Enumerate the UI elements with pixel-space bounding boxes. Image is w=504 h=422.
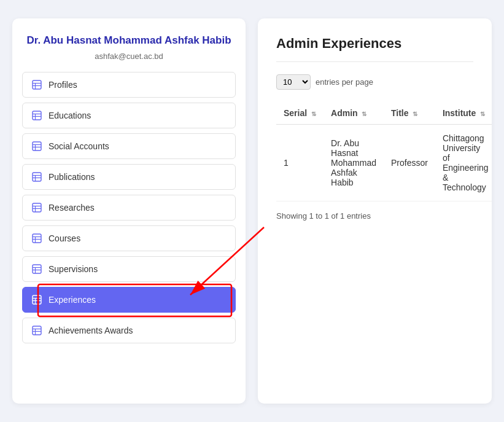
sidebar-item-publications[interactable]: Publications [22, 164, 236, 190]
sidebar-item-profiles[interactable]: Profiles [22, 72, 236, 98]
nav-item-label: Supervisions [48, 264, 98, 274]
main-content-area: Admin Experiences 102550100 entries per … [258, 18, 492, 404]
svg-rect-12 [33, 173, 41, 181]
sidebar-item-experiences[interactable]: Experiences [22, 287, 236, 313]
svg-rect-20 [33, 234, 41, 243]
col-title[interactable]: Title ⇅ [384, 102, 435, 125]
sidebar: Dr. Abu Hasnat Mohammad Ashfak Habib ash… [12, 18, 246, 404]
sidebar-navigation: Profiles Educations Social Accounts Publ… [22, 72, 236, 343]
sidebar-item-educations[interactable]: Educations [22, 103, 236, 128]
showing-entries-text: Showing 1 to 1 of 1 entries [276, 211, 473, 221]
sidebar-item-supervisions[interactable]: Supervisions [22, 256, 236, 282]
table-icon [31, 79, 42, 90]
col-serial[interactable]: Serial ⇅ [276, 102, 324, 125]
nav-item-label: Courses [48, 233, 80, 243]
table-icon [31, 141, 42, 152]
sidebar-item-achievements-awards[interactable]: Achievements Awards [22, 318, 236, 343]
sidebar-item-researches[interactable]: Researches [22, 195, 236, 221]
table-row: 1Dr. Abu Hasnat Mohammad Ashfak HabibPro… [276, 125, 492, 201]
table-icon [31, 264, 42, 275]
svg-rect-28 [33, 295, 41, 304]
table-icon [31, 325, 42, 336]
table-icon [31, 110, 42, 121]
table-icon [31, 171, 42, 182]
sidebar-item-social-accounts[interactable]: Social Accounts [22, 133, 236, 159]
sort-icon: ⇅ [480, 111, 485, 117]
table-icon [31, 294, 42, 305]
sort-icon: ⇅ [413, 111, 417, 117]
col-institute[interactable]: Institute ⇅ [435, 102, 492, 125]
nav-item-label: Experiences [48, 295, 96, 305]
divider [276, 61, 473, 62]
sidebar-user-name: Dr. Abu Hasnat Mohammad Ashfak Habib [22, 33, 236, 48]
table-header-row: Serial ⇅Admin ⇅Title ⇅Institute ⇅ [276, 102, 492, 125]
nav-item-label: Researches [48, 203, 95, 213]
table-body: 1Dr. Abu Hasnat Mohammad Ashfak HabibPro… [276, 125, 492, 201]
svg-rect-0 [33, 80, 41, 89]
cell-institute: Chittagong University of Engineering & T… [435, 125, 492, 201]
page-title: Admin Experiences [276, 36, 473, 52]
table-icon [31, 233, 42, 244]
entries-per-page-select[interactable]: 102550100 [276, 74, 311, 90]
nav-item-label: Profiles [48, 80, 77, 90]
svg-rect-24 [33, 265, 41, 273]
cell-serial: 1 [276, 125, 324, 201]
sort-icon: ⇅ [362, 111, 366, 117]
sidebar-item-courses[interactable]: Courses [22, 225, 236, 251]
nav-item-label: Educations [48, 111, 91, 120]
col-admin[interactable]: Admin ⇅ [324, 102, 384, 125]
entries-per-page-label: entries per page [316, 77, 373, 87]
nav-item-label: Achievements Awards [48, 326, 133, 335]
nav-item-label: Social Accounts [48, 141, 109, 151]
svg-rect-16 [33, 203, 41, 212]
cell-title: Professor [384, 125, 435, 201]
sidebar-user-email: ashfak@cuet.ac.bd [22, 52, 236, 61]
entries-per-page-row: 102550100 entries per page [276, 74, 473, 90]
svg-rect-8 [33, 142, 41, 150]
experiences-table: Serial ⇅Admin ⇅Title ⇅Institute ⇅ 1Dr. A… [276, 102, 492, 201]
cell-admin: Dr. Abu Hasnat Mohammad Ashfak Habib [324, 125, 384, 201]
table-icon [31, 202, 42, 213]
table-header: Serial ⇅Admin ⇅Title ⇅Institute ⇅ [276, 102, 492, 125]
svg-rect-32 [33, 326, 41, 335]
sort-icon: ⇅ [311, 111, 316, 117]
nav-item-label: Publications [48, 172, 95, 182]
svg-rect-4 [33, 111, 41, 120]
